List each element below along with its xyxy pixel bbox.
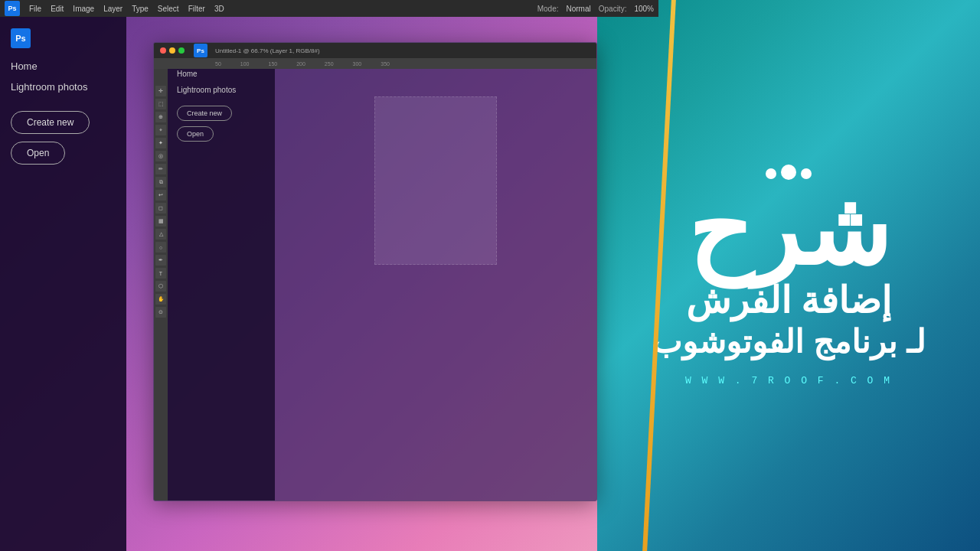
window-minimize-dot [169,47,175,54]
tool-type[interactable]: T [155,268,166,279]
window-maximize-dot [178,47,185,54]
menu-edit[interactable]: Edit [51,5,64,13]
inner-create-button[interactable]: Create new [177,106,232,121]
menu-3d[interactable]: 3D [214,5,224,13]
tool-eyedrop[interactable]: ✦ [155,138,166,148]
tool-crop[interactable]: ⌖ [155,125,166,135]
inner-open-button[interactable]: Open [177,126,214,142]
window-close-dot [160,47,166,54]
ps-window-header: Ps Untitled-1 @ 66.7% (Layer 1, RGB/8#) [154,43,596,58]
nav-lightroom[interactable]: Lightroom photos [11,81,116,93]
arabic-subtitle-2: لـ برنامج الفوتوشوب [652,323,925,361]
ps-inner-left-toolbar: ✛ ⬚ ⊕ ⌖ ✦ ◎ ✏ ⧉ ↩ ◻ ▦ △ ○ ✒ T ⬡ ✋ ⊙ [154,58,168,500]
ps-inner-logo: Ps [194,44,207,57]
info-panel: شرح إضافة الفرش لـ برنامج الفوتوشوب W W … [597,0,980,551]
website-url: W W W . 7 R O O F . C O M [685,375,892,386]
arabic-subtitle-1: إضافة الفرش [686,279,891,323]
ps-tab-title: Untitled-1 @ 66.7% (Layer 1, RGB/8#) [215,47,320,54]
ps-menu-bar: Ps File Edit Image Layer Type Select Fil… [0,0,658,17]
tool-hand[interactable]: ✋ [155,294,166,305]
tool-zoom[interactable]: ⊙ [155,307,166,318]
ps-ruler: 50 100 150 200 250 300 350 [154,58,596,69]
toolbar-right: Mode: Normal Opacity: 100% [537,5,654,13]
canvas-area [374,96,497,265]
tool-shape[interactable]: ⬡ [155,281,166,292]
tool-dodge[interactable]: ○ [155,242,166,253]
tool-gradient[interactable]: ▦ [155,216,166,227]
mode-value: Normal [567,5,591,13]
menu-file[interactable]: File [29,5,41,13]
tool-select[interactable]: ⬚ [155,99,166,109]
inner-nav-lightroom[interactable]: Lightroom photos [177,86,266,94]
menu-image[interactable]: Image [73,5,94,13]
opacity-value: 100% [634,5,654,13]
tool-history[interactable]: ↩ [155,190,166,201]
ps-inner-canvas [275,58,596,500]
ps-panel-logo: Ps [11,28,31,48]
tool-clone[interactable]: ⧉ [155,177,166,187]
tool-blur[interactable]: △ [155,229,166,240]
ps-inner-sidebar: Home Lightroom photos Create new Open [168,58,275,500]
tool-lasso[interactable]: ⊕ [155,112,166,122]
ps-inner-window: Ps Untitled-1 @ 66.7% (Layer 1, RGB/8#) … [153,42,597,501]
photoshop-area: Ps File Edit Image Layer Type Select Fil… [0,0,658,551]
tool-brush[interactable]: ✏ [155,164,166,174]
ps-nav: Home Lightroom photos [11,60,116,93]
tool-pen[interactable]: ✒ [155,255,166,266]
nav-home[interactable]: Home [11,60,116,72]
main-arabic-title: شرح [688,186,890,276]
open-button[interactable]: Open [11,142,65,165]
ps-logo-icon: Ps [5,1,20,16]
ps-inner-nav: Home Lightroom photos [177,70,266,94]
opacity-label: Opacity: [599,5,627,13]
mode-label: Mode: [537,5,559,13]
tool-move[interactable]: ✛ [155,86,166,96]
menu-type[interactable]: Type [132,5,149,13]
inner-nav-home[interactable]: Home [177,70,266,78]
menu-layer[interactable]: Layer [103,5,122,13]
ps-window-content: 50 100 150 200 250 300 350 ✛ ⬚ ⊕ ⌖ ✦ ◎ ✏… [154,58,596,500]
ps-home-panel: Ps Home Lightroom photos Create new Open [0,17,126,551]
menu-filter[interactable]: Filter [188,5,205,13]
tool-heal[interactable]: ◎ [155,151,166,161]
tool-eraser[interactable]: ◻ [155,203,166,214]
create-new-button[interactable]: Create new [11,111,90,134]
menu-select[interactable]: Select [158,5,179,13]
